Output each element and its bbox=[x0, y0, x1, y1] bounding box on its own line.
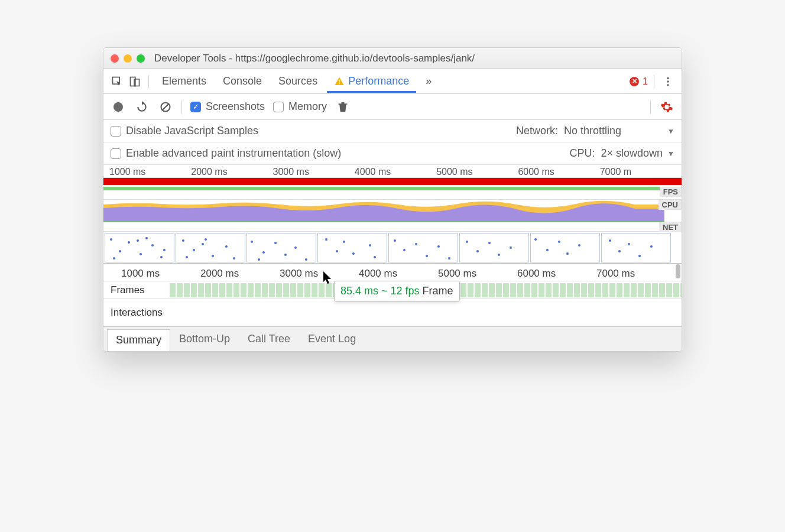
svg-point-31 bbox=[251, 241, 253, 243]
reload-icon[interactable] bbox=[134, 99, 150, 115]
chevron-down-icon: ▼ bbox=[667, 127, 674, 135]
screenshot-thumb[interactable] bbox=[105, 233, 174, 262]
screenshot-thumb[interactable] bbox=[530, 233, 600, 262]
kebab-menu-icon[interactable] bbox=[660, 74, 676, 89]
error-count: 1 bbox=[643, 76, 648, 87]
svg-rect-3 bbox=[339, 80, 340, 83]
svg-point-25 bbox=[202, 243, 204, 245]
minimize-window-icon[interactable] bbox=[124, 54, 132, 63]
svg-point-43 bbox=[374, 256, 376, 258]
cpu-lane: CPU bbox=[103, 200, 682, 222]
svg-point-54 bbox=[510, 246, 512, 249]
cpu-tag: CPU bbox=[659, 200, 682, 210]
tab-performance[interactable]: Performance bbox=[327, 70, 416, 93]
svg-point-13 bbox=[110, 238, 112, 241]
screenshot-thumb[interactable] bbox=[388, 233, 458, 262]
panel-tabbar: Elements Console Sources Performance » ✕… bbox=[103, 69, 682, 94]
network-throttle-select[interactable]: No throttling ▼ bbox=[564, 125, 674, 137]
settings-gear-icon[interactable] bbox=[659, 99, 674, 115]
warning-icon bbox=[334, 76, 345, 87]
tab-call-tree[interactable]: Call Tree bbox=[239, 327, 299, 351]
error-indicator[interactable]: ✕ 1 bbox=[630, 76, 648, 87]
svg-point-35 bbox=[294, 246, 297, 249]
tab-event-log[interactable]: Event Log bbox=[299, 327, 365, 351]
dropped-frames-bar bbox=[103, 178, 682, 185]
svg-point-55 bbox=[534, 238, 537, 241]
svg-point-26 bbox=[212, 255, 214, 257]
screenshots-checkbox[interactable]: ✓ Screenshots bbox=[190, 100, 265, 113]
svg-point-51 bbox=[476, 250, 479, 252]
svg-point-57 bbox=[558, 241, 560, 243]
svg-point-36 bbox=[305, 258, 307, 261]
timeline-ruler: 1000 ms 2000 ms 3000 ms 4000 ms 5000 ms … bbox=[103, 264, 682, 281]
screenshots-label: Screenshots bbox=[206, 100, 265, 113]
cpu-label: CPU: bbox=[570, 147, 595, 160]
zoom-window-icon[interactable] bbox=[137, 54, 145, 63]
cpu-throttle-select[interactable]: 2× slowdown ▼ bbox=[601, 147, 674, 160]
fps-track bbox=[103, 187, 664, 190]
details-tabbar: Summary Bottom-Up Call Tree Event Log bbox=[103, 326, 682, 351]
tab-performance-label: Performance bbox=[348, 75, 409, 87]
svg-point-34 bbox=[284, 254, 287, 256]
svg-point-56 bbox=[546, 249, 549, 251]
screenshot-thumb[interactable] bbox=[246, 233, 316, 262]
scrollbar-thumb[interactable] bbox=[676, 264, 680, 278]
tab-elements[interactable]: Elements bbox=[155, 70, 213, 93]
screenshot-thumb[interactable] bbox=[176, 233, 245, 262]
svg-point-48 bbox=[437, 245, 440, 248]
tab-sources[interactable]: Sources bbox=[271, 70, 325, 93]
svg-point-20 bbox=[137, 239, 139, 242]
memory-label: Memory bbox=[288, 100, 327, 113]
svg-point-39 bbox=[336, 250, 338, 252]
clear-icon[interactable] bbox=[158, 99, 173, 115]
svg-point-23 bbox=[182, 239, 184, 242]
enable-paint-instr-checkbox[interactable]: Enable advanced paint instrumentation (s… bbox=[111, 147, 341, 160]
cursor-icon bbox=[323, 271, 334, 284]
svg-point-50 bbox=[466, 241, 468, 243]
disable-js-samples-checkbox[interactable]: Disable JavaScript Samples bbox=[111, 125, 258, 137]
tab-more[interactable]: » bbox=[419, 70, 439, 93]
frames-track-label: Frames bbox=[103, 284, 170, 296]
chevron-down-icon: ▼ bbox=[667, 150, 674, 158]
svg-point-59 bbox=[578, 244, 580, 246]
unchecked-box-icon bbox=[111, 126, 121, 137]
screenshot-filmstrip[interactable] bbox=[103, 232, 682, 264]
devtools-window: Developer Tools - https://googlechrome.g… bbox=[103, 47, 682, 352]
svg-point-40 bbox=[343, 241, 345, 243]
svg-point-61 bbox=[618, 250, 621, 252]
tab-summary[interactable]: Summary bbox=[107, 329, 170, 351]
error-icon: ✕ bbox=[630, 77, 639, 86]
fps-lane: FPS bbox=[103, 187, 682, 200]
svg-point-42 bbox=[369, 244, 371, 246]
screenshot-thumb[interactable] bbox=[459, 233, 529, 262]
svg-point-7 bbox=[667, 84, 669, 86]
inspect-icon[interactable] bbox=[109, 74, 125, 89]
flamechart-area[interactable]: 1000 ms 2000 ms 3000 ms 4000 ms 5000 ms … bbox=[103, 264, 682, 326]
svg-point-6 bbox=[667, 80, 669, 82]
overview-ruler: 1000 ms 2000 ms 3000 ms 4000 ms 5000 ms … bbox=[103, 165, 682, 178]
record-icon[interactable] bbox=[111, 99, 126, 115]
svg-point-60 bbox=[609, 239, 611, 242]
screenshot-thumb[interactable] bbox=[317, 233, 387, 262]
interactions-track-label: Interactions bbox=[103, 307, 170, 319]
net-tag: NET bbox=[659, 222, 682, 232]
memory-checkbox[interactable]: Memory bbox=[273, 100, 327, 113]
svg-line-10 bbox=[162, 103, 169, 111]
close-window-icon[interactable] bbox=[111, 54, 119, 63]
svg-point-28 bbox=[233, 257, 235, 259]
tab-console[interactable]: Console bbox=[216, 70, 269, 93]
svg-point-22 bbox=[145, 237, 148, 239]
unchecked-box-icon bbox=[273, 102, 284, 112]
trash-icon[interactable] bbox=[335, 99, 351, 115]
svg-point-47 bbox=[426, 255, 428, 257]
tab-bottom-up[interactable]: Bottom-Up bbox=[170, 327, 239, 351]
svg-point-33 bbox=[274, 242, 277, 244]
interactions-track[interactable]: Interactions bbox=[103, 299, 682, 326]
svg-point-64 bbox=[650, 245, 653, 248]
svg-point-63 bbox=[638, 255, 641, 257]
overview-panel[interactable]: 1000 ms 2000 ms 3000 ms 4000 ms 5000 ms … bbox=[103, 165, 682, 264]
svg-point-30 bbox=[205, 238, 207, 241]
screenshot-thumb[interactable] bbox=[601, 233, 671, 262]
device-toggle-icon[interactable] bbox=[127, 74, 142, 89]
svg-point-44 bbox=[394, 239, 396, 242]
